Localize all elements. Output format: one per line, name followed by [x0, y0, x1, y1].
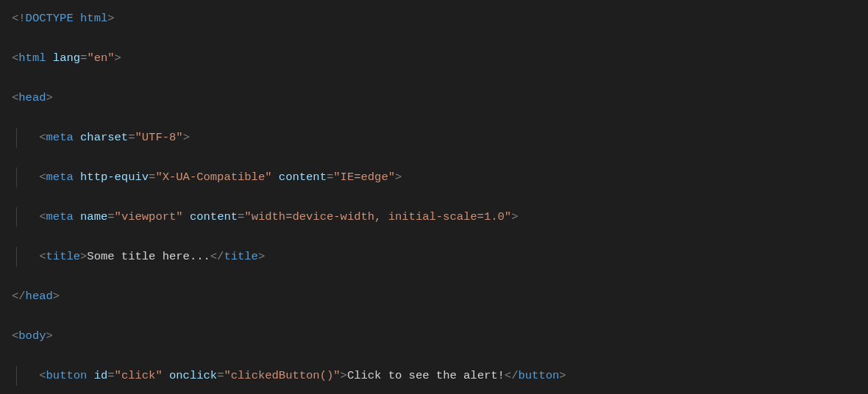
code-line[interactable]: <title>Some title here...</title>	[0, 247, 868, 267]
code-line[interactable]: <head>	[0, 88, 868, 108]
code-line[interactable]: <meta http-equiv="X-UA-Compatible" conte…	[0, 168, 868, 187]
code-line[interactable]: <meta name="viewport" content="width=dev…	[0, 207, 868, 227]
title-text: Some title here...	[87, 250, 210, 263]
code-line[interactable]: <html lang="en">	[0, 49, 868, 68]
code-line[interactable]: <!DOCTYPE html>	[0, 9, 868, 29]
code-line[interactable]: </head>	[0, 287, 868, 307]
code-line[interactable]: <button id="click" onclick="clickedButto…	[0, 366, 868, 386]
code-line[interactable]: <body>	[0, 326, 868, 346]
code-line[interactable]: <meta charset="UTF-8">	[0, 128, 868, 148]
button-text: Click to see the alert!	[347, 369, 505, 382]
code-editor[interactable]: <!DOCTYPE html> <html lang="en"> <head> …	[0, 0, 868, 394]
doctype: DOCTYPE	[26, 12, 74, 25]
